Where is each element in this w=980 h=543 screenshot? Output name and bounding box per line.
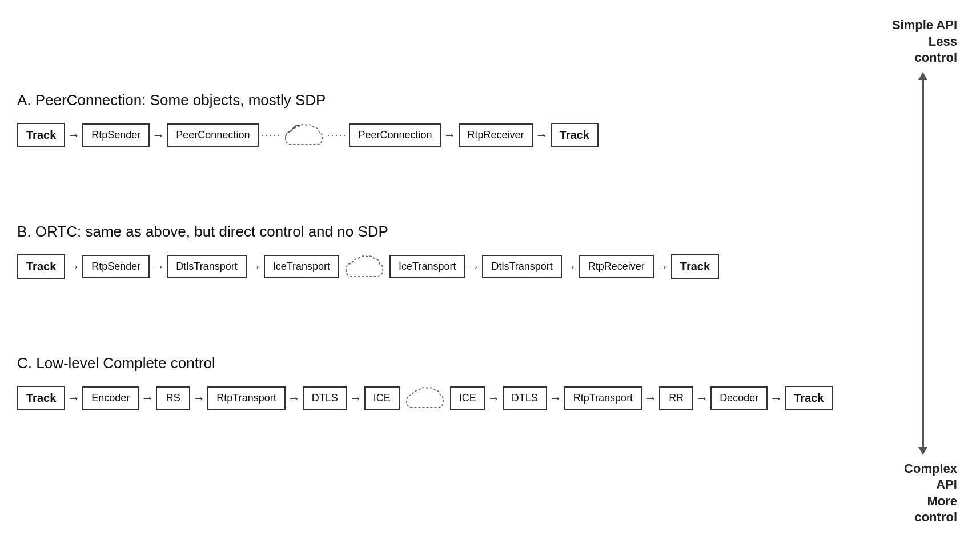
main-container: Simple API Less control Complex API More… <box>0 0 980 543</box>
node-track-b2: Track <box>671 254 719 279</box>
section-b-title: B. ORTC: same as above, but direct contr… <box>17 223 719 241</box>
node-ice-c1: ICE <box>364 386 400 410</box>
arrow-c6 <box>488 391 500 406</box>
axis-arrow-down <box>918 447 927 455</box>
cloud-svg-b <box>342 251 387 282</box>
axis-container: Simple API Less control Complex API More… <box>889 17 957 526</box>
arrow-b5 <box>564 259 577 274</box>
arrow-c7 <box>549 391 562 406</box>
arrow-c10 <box>770 391 782 406</box>
arrow-c1 <box>67 391 80 406</box>
node-dtlstransport-b1: DtlsTransport <box>167 255 246 278</box>
axis-line <box>918 72 927 455</box>
node-rtpsender: RtpSender <box>82 123 150 147</box>
arrow-b1 <box>67 259 80 274</box>
section-b: B. ORTC: same as above, but direct contr… <box>17 223 719 282</box>
arrow-4 <box>536 128 548 143</box>
section-a-title: A. PeerConnection: Some objects, mostly … <box>17 91 599 109</box>
arrow-b3 <box>249 259 262 274</box>
section-a: A. PeerConnection: Some objects, mostly … <box>17 91 599 151</box>
node-decoder-c: Decoder <box>710 386 768 410</box>
node-rs-c: RS <box>156 386 190 410</box>
arrow-c9 <box>696 391 708 406</box>
axis-label-top: Simple API Less control <box>889 17 957 66</box>
section-a-flow: Track RtpSender PeerConnection ····· <box>17 119 599 151</box>
node-ice-c2: ICE <box>450 386 485 410</box>
arrow-1 <box>67 128 80 143</box>
node-track-c2: Track <box>785 386 833 410</box>
node-dtls-c2: DTLS <box>503 386 547 410</box>
node-peerconnection-2: PeerConnection <box>349 123 441 147</box>
node-rr-c: RR <box>659 386 693 410</box>
axis-label-bottom: Complex API More control <box>889 461 957 526</box>
node-track-1: Track <box>17 123 65 147</box>
node-rtpsender-b: RtpSender <box>82 255 150 278</box>
node-icetransport-b1: IceTransport <box>264 255 339 278</box>
arrow-c4 <box>288 391 300 406</box>
node-track-2: Track <box>551 123 599 147</box>
cloud-section-c <box>402 382 448 414</box>
section-b-flow: Track RtpSender DtlsTransport IceTranspo… <box>17 251 719 282</box>
node-dtlstransport-b2: DtlsTransport <box>482 255 561 278</box>
node-rtpreceiver-b: RtpReceiver <box>579 255 654 278</box>
section-c-title: C. Low-level Complete control <box>17 354 833 372</box>
node-rtptransport-c1: RtpTransport <box>207 386 285 410</box>
arrow-b2 <box>152 259 164 274</box>
node-track-c1: Track <box>17 386 65 410</box>
node-peerconnection-1: PeerConnection <box>167 123 259 147</box>
arrow-c8 <box>644 391 657 406</box>
arrow-3 <box>444 128 456 143</box>
arrow-c3 <box>192 391 205 406</box>
arrow-b4 <box>467 259 480 274</box>
node-track-b1: Track <box>17 254 65 279</box>
node-rtptransport-c2: RtpTransport <box>564 386 642 410</box>
node-dtls-c1: DTLS <box>303 386 347 410</box>
arrow-c5 <box>350 391 362 406</box>
section-c: C. Low-level Complete control Track Enco… <box>17 354 833 414</box>
node-rtpreceiver-a: RtpReceiver <box>459 123 533 147</box>
cloud-section-a: ····· ····· <box>261 119 347 151</box>
axis-arrow-up <box>918 72 927 80</box>
arrow-b6 <box>656 259 669 274</box>
arrow-2 <box>152 128 164 143</box>
axis-line-body <box>922 80 924 447</box>
cloud-section-b <box>342 251 387 282</box>
arrow-c2 <box>141 391 154 406</box>
cloud-svg-a <box>281 119 327 151</box>
section-c-flow: Track Encoder RS RtpTransport DTLS ICE I… <box>17 382 833 414</box>
node-encoder-c: Encoder <box>82 386 139 410</box>
cloud-svg-c <box>402 382 448 414</box>
node-icetransport-b2: IceTransport <box>389 255 465 278</box>
